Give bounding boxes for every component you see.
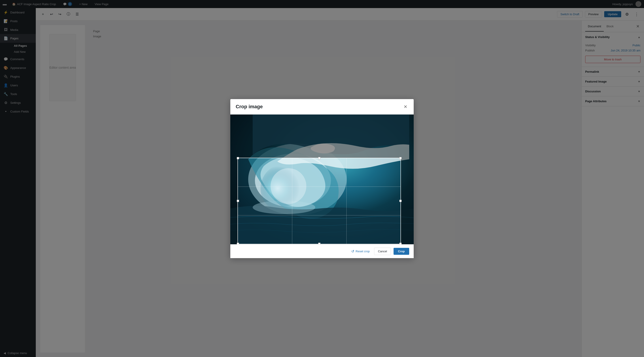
- modal-header: Crop image ✕: [230, 99, 414, 114]
- grid-line-v2: [346, 158, 346, 244]
- crop-handle-bottom-center[interactable]: [318, 243, 320, 244]
- modal-close-button[interactable]: ✕: [403, 103, 408, 110]
- reset-icon: ↺: [351, 249, 354, 254]
- grid-line-h1: [238, 186, 400, 187]
- cancel-button[interactable]: Cancel: [374, 248, 391, 255]
- modal-body: [230, 114, 414, 244]
- grid-line-v1: [292, 158, 292, 244]
- crop-handle-bottom-right[interactable]: [399, 243, 402, 244]
- crop-dark-right: [401, 158, 414, 244]
- wave-image: [230, 114, 414, 244]
- reset-crop-button[interactable]: ↺ Reset crop: [350, 248, 372, 255]
- crop-box[interactable]: [238, 158, 401, 244]
- crop-overlay: [230, 114, 414, 244]
- modal-overlay[interactable]: Crop image ✕: [0, 0, 644, 357]
- crop-dark-top: [230, 114, 414, 158]
- modal-title: Crop image: [236, 104, 263, 110]
- crop-grid: [238, 158, 400, 244]
- crop-handle-bottom-left[interactable]: [237, 243, 239, 244]
- crop-handle-middle-right[interactable]: [399, 200, 402, 202]
- crop-dark-left: [230, 158, 238, 244]
- crop-handle-middle-left[interactable]: [237, 200, 239, 202]
- crop-handle-top-center[interactable]: [318, 157, 320, 159]
- modal-footer: ↺ Reset crop Cancel Crop: [230, 244, 414, 258]
- crop-modal: Crop image ✕: [230, 99, 414, 258]
- grid-line-h2: [238, 215, 400, 216]
- crop-handle-top-right[interactable]: [399, 157, 402, 159]
- crop-handle-top-left[interactable]: [237, 157, 239, 159]
- crop-button[interactable]: Crop: [394, 248, 409, 255]
